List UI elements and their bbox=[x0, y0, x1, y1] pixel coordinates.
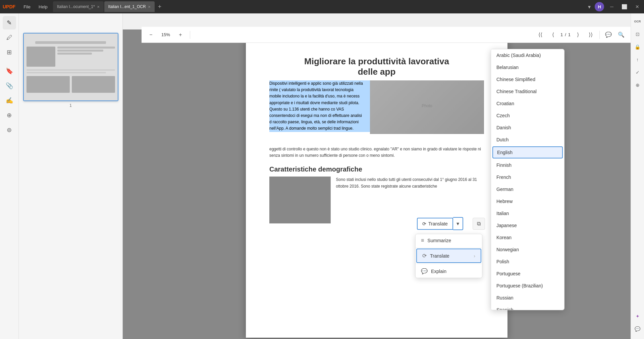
next-page-button[interactable]: ⟩ bbox=[573, 29, 583, 40]
lock-icon[interactable]: 🔒 bbox=[632, 42, 643, 52]
lang-item-chinese-traditional[interactable]: Chinese Traditional bbox=[491, 85, 564, 97]
pdf-body-lower: eggetti di controllo e questo non è stat… bbox=[269, 146, 484, 159]
language-dropdown[interactable]: Arabic (Saudi Arabia)BelarusianChinese S… bbox=[491, 49, 565, 310]
lang-item-dutch[interactable]: Dutch bbox=[491, 134, 564, 146]
signature-icon[interactable]: ✍ bbox=[3, 94, 16, 107]
copy-button[interactable]: ⧉ bbox=[473, 218, 485, 230]
summarize-icon: ≡ bbox=[421, 238, 424, 244]
lang-item-german[interactable]: German bbox=[491, 183, 564, 195]
prev-page-button[interactable]: ⟨ bbox=[548, 29, 558, 40]
tab-document1[interactable]: Italian I...ocument_1* ✕ bbox=[53, 1, 104, 12]
lang-item-portuguese-brazilian[interactable]: Portuguese (Brazilian) bbox=[491, 280, 564, 292]
explain-label: Explain bbox=[431, 269, 446, 274]
lang-item-spanish[interactable]: Spanish bbox=[491, 304, 564, 310]
dropdown-arrow-icon[interactable]: ▾ bbox=[588, 4, 591, 10]
lang-item-czech[interactable]: Czech bbox=[491, 110, 564, 122]
summarize-menu-item[interactable]: ≡ Summarize bbox=[416, 234, 482, 247]
pdf-page: Migliorare la produttività lavorativa de… bbox=[246, 36, 507, 338]
sidebar-left: ✎ 🖊 ⊞ 🔖 📎 ✍ ⊕ ⊚ bbox=[0, 13, 19, 339]
lang-item-arabic-saudi-arabia[interactable]: Arabic (Saudi Arabia) bbox=[491, 49, 564, 61]
sidebar-right: OCR ⊡ 🔒 ↑ ✓ ⊕ ✦ 💬 bbox=[631, 13, 644, 339]
section-title: Caratteristiche demografiche bbox=[269, 165, 484, 173]
ai-icon[interactable]: ✦ bbox=[632, 311, 643, 322]
bookmarks-icon[interactable]: 🔖 bbox=[3, 64, 16, 78]
close-tab-1[interactable]: ✕ bbox=[97, 5, 100, 9]
share-icon[interactable]: ↑ bbox=[632, 54, 643, 65]
translate-arrow-icon: › bbox=[474, 253, 475, 259]
check-icon[interactable]: ✓ bbox=[632, 67, 643, 78]
comment-toolbar-button[interactable]: 💬 bbox=[603, 29, 614, 40]
svg-rect-2 bbox=[269, 177, 331, 223]
pdf-title-line2: delle app bbox=[358, 67, 396, 77]
titlebar-controls: ▾ H ─ ⬜ ✕ bbox=[588, 2, 641, 11]
attachments-icon[interactable]: 📎 bbox=[3, 79, 16, 92]
pages-icon[interactable]: ⊞ bbox=[3, 46, 16, 59]
lang-item-korean[interactable]: Korean bbox=[491, 231, 564, 244]
save-icon[interactable]: ⊕ bbox=[632, 80, 643, 90]
translate-button[interactable]: ⟳ Translate bbox=[417, 218, 453, 230]
lang-item-hebrew[interactable]: Hebrew bbox=[491, 195, 564, 207]
translate-menu-item[interactable]: ⟳ Translate › bbox=[416, 249, 481, 263]
tab-document2-ocr[interactable]: Italian I...ent_1_OCR ✕ bbox=[104, 1, 155, 12]
page-thumbnail[interactable] bbox=[23, 33, 118, 101]
help-menu[interactable]: Help bbox=[36, 3, 50, 11]
toolbar: − 15% + ⟨⟨ ⟨ 1 / 1 ⟩ ⟩⟩ 💬 🔍 bbox=[142, 27, 631, 43]
add-tab-button[interactable]: + bbox=[155, 3, 164, 10]
pdf-title-cont: re la produttività lavorativa bbox=[338, 56, 449, 66]
comment-right-icon[interactable]: 💬 bbox=[632, 324, 643, 334]
lang-item-croatian[interactable]: Croatian bbox=[491, 97, 564, 110]
lang-item-norwegian[interactable]: Norwegian bbox=[491, 244, 564, 256]
translate-icon: ⟳ bbox=[422, 221, 426, 226]
first-page-button[interactable]: ⟨⟨ bbox=[535, 29, 546, 40]
thumbnail-panel: 1 bbox=[19, 13, 123, 339]
svg-text:Photo: Photo bbox=[422, 104, 432, 108]
page-number: 1 bbox=[69, 103, 72, 108]
edit-icon[interactable]: ✎ bbox=[3, 16, 16, 29]
close-window-button[interactable]: ✕ bbox=[633, 4, 641, 9]
translate-menu-icon: ⟳ bbox=[422, 253, 427, 259]
tab-bar: Italian I...ocument_1* ✕ Italian I...ent… bbox=[53, 1, 585, 12]
ocr-icon[interactable]: OCR bbox=[632, 16, 643, 27]
summarize-label: Summarize bbox=[427, 238, 451, 243]
app-logo: UPDF bbox=[3, 4, 15, 9]
lang-item-japanese[interactable]: Japanese bbox=[491, 219, 564, 231]
translate-label: Translate bbox=[428, 221, 448, 226]
pdf-image-top: Photo bbox=[370, 80, 484, 134]
zoom-in-button[interactable]: + bbox=[175, 29, 186, 40]
translate-toolbar: ⟳ Translate ▾ ⧉ bbox=[417, 217, 485, 230]
zoom-level: 15% bbox=[159, 32, 172, 37]
pdf-section-body: Sono stati inclusi nello studio tutti gl… bbox=[336, 177, 484, 218]
minimize-button[interactable]: ─ bbox=[608, 4, 615, 9]
tab-label-2: Italian I...ent_1_OCR bbox=[108, 4, 146, 9]
total-pages: 1 bbox=[568, 32, 571, 37]
extract-icon[interactable]: ⊡ bbox=[632, 29, 643, 40]
lang-item-belarusian[interactable]: Belarusian bbox=[491, 61, 564, 73]
stamp-icon[interactable]: ⊕ bbox=[3, 109, 16, 122]
search-toolbar-button[interactable]: 🔍 bbox=[616, 29, 627, 40]
lang-item-english[interactable]: English bbox=[492, 146, 563, 158]
file-menu[interactable]: File bbox=[21, 3, 33, 11]
pdf-title-line1: Migliora bbox=[304, 56, 338, 66]
highlight-icon[interactable]: 🖊 bbox=[3, 31, 16, 44]
current-page: 1 bbox=[560, 32, 563, 37]
context-menu: ≡ Summarize ⟳ Translate › 💬 Explain bbox=[415, 234, 482, 278]
translate-dropdown-button[interactable]: ▾ bbox=[453, 217, 463, 230]
lang-item-italian[interactable]: Italian bbox=[491, 207, 564, 219]
lang-item-russian[interactable]: Russian bbox=[491, 292, 564, 304]
avatar[interactable]: H bbox=[595, 2, 604, 11]
last-page-button[interactable]: ⟩⟩ bbox=[585, 29, 596, 40]
layers-icon[interactable]: ⊚ bbox=[3, 123, 16, 137]
lang-item-chinese-simplified[interactable]: Chinese Simplified bbox=[491, 73, 564, 85]
lang-item-danish[interactable]: Danish bbox=[491, 122, 564, 134]
explain-icon: 💬 bbox=[421, 268, 428, 274]
tab-label-1: Italian I...ocument_1* bbox=[57, 4, 95, 9]
zoom-out-button[interactable]: − bbox=[146, 29, 156, 40]
maximize-button[interactable]: ⬜ bbox=[620, 4, 629, 9]
translate-menu-label: Translate bbox=[430, 253, 449, 259]
close-tab-2[interactable]: ✕ bbox=[148, 5, 151, 9]
explain-menu-item[interactable]: 💬 Explain bbox=[416, 265, 482, 278]
lang-item-french[interactable]: French bbox=[491, 171, 564, 183]
lang-item-finnish[interactable]: Finnish bbox=[491, 159, 564, 171]
lang-item-portuguese[interactable]: Portuguese bbox=[491, 268, 564, 280]
lang-item-polish[interactable]: Polish bbox=[491, 256, 564, 268]
